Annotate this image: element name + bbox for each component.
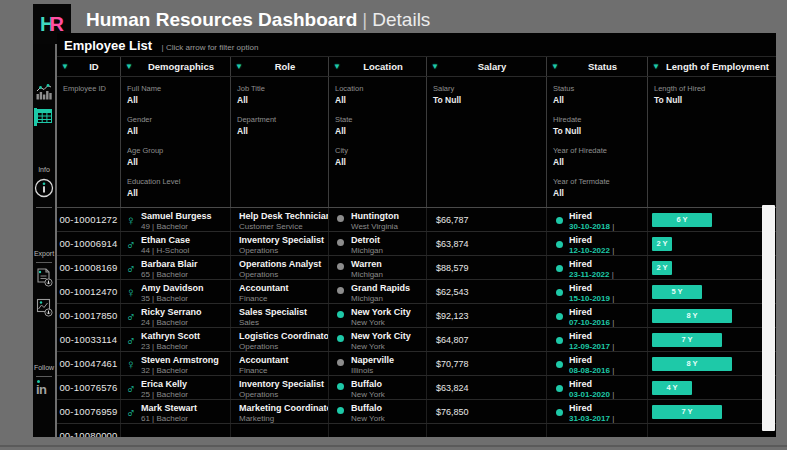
filter-value[interactable]: All	[335, 126, 421, 136]
role-cell: Operations Analyst Operations	[231, 256, 329, 279]
linkedin-icon[interactable]: in	[36, 380, 47, 398]
filter-field-city[interactable]: CityAll	[335, 146, 421, 167]
filter-field-full-name[interactable]: Full NameAll	[127, 84, 225, 105]
filter-arrow-icon[interactable]: ▼	[551, 62, 559, 71]
filter-arrow-icon[interactable]: ▼	[333, 62, 341, 71]
table-row[interactable]: 00-10047461 ♀ Steven Armstrong 32 | Bach…	[57, 352, 776, 376]
table-row[interactable]: 00-10012470 ♀ Amy Davidson 35 | Bachelor…	[57, 280, 776, 304]
filter-value[interactable]: All	[127, 188, 225, 198]
status-cell: Hired 03-01-2020 |	[547, 376, 648, 399]
filter-arrow-icon[interactable]: ▼	[235, 62, 243, 71]
filter-value[interactable]: All	[335, 95, 421, 105]
employee-name: Samuel Burgess	[141, 211, 228, 221]
filter-arrow-icon[interactable]: ▼	[125, 62, 133, 71]
employee-name: Ricky Serrano	[141, 307, 228, 317]
filter-value[interactable]: All	[127, 126, 225, 136]
filter-label: Year of Termdate	[553, 177, 642, 186]
export-pdf-icon[interactable]	[36, 268, 53, 287]
filter-field-education-level[interactable]: Education LevelAll	[127, 177, 225, 198]
status-cell: Hired 12-10-2022 |	[547, 232, 648, 255]
filter-value[interactable]: All	[127, 157, 225, 167]
filter-field-employee-id[interactable]: Employee ID	[63, 84, 115, 93]
column-header-id[interactable]: ▼ID	[57, 57, 121, 76]
filter-value[interactable]: All	[553, 95, 642, 105]
info-icon[interactable]	[34, 178, 54, 198]
location-cell	[329, 424, 427, 437]
filter-field-status[interactable]: StatusAll	[553, 84, 642, 105]
salary-cell: $64,807	[427, 328, 547, 351]
table-row[interactable]: 00-10017850 ♂ Ricky Serrano 24 | Bachelo…	[57, 304, 776, 328]
filter-field-hiredate[interactable]: HiredateTo Null	[553, 115, 642, 136]
panel-hint: | Click arrow for filter option	[162, 43, 259, 52]
hire-date: 31-03-2017	[569, 414, 610, 423]
filter-field-age-group[interactable]: Age GroupAll	[127, 146, 225, 167]
status-dot-icon	[556, 313, 563, 320]
filter-value[interactable]: All	[127, 95, 225, 105]
table-row[interactable]: 00-10076576 ♂ Erica Kelly 25 | Bachelor …	[57, 376, 776, 400]
filter-field-salary[interactable]: SalaryTo Null	[433, 84, 541, 105]
status-label: Hired	[569, 307, 645, 317]
filter-value[interactable]: To Null	[553, 126, 642, 136]
hire-date: 07-10-2016	[569, 318, 610, 327]
export-image-icon[interactable]	[36, 298, 53, 317]
salary-cell	[427, 424, 547, 437]
salary-cell: $63,874	[427, 232, 547, 255]
job-title: Accountant	[239, 355, 326, 365]
employee-id-cell: 00-10033114	[57, 328, 121, 351]
age-education: 61 | Bachelor	[141, 414, 228, 423]
gender-icon: ♂	[126, 309, 136, 322]
status-label: Hired	[569, 283, 645, 293]
length-bar: 8 Y	[652, 309, 732, 323]
status-pipe: |	[610, 294, 614, 303]
filter-arrow-icon[interactable]: ▼	[61, 62, 69, 71]
location-dot-icon	[337, 359, 344, 366]
filter-field-year-of-hiredate[interactable]: Year of HiredateAll	[553, 146, 642, 167]
employee-id-cell: 00-10080000	[57, 424, 121, 437]
column-header-location[interactable]: ▼Location	[329, 57, 427, 76]
column-header-role[interactable]: ▼Role	[231, 57, 329, 76]
filter-label: Gender	[127, 115, 225, 124]
gender-icon: ♀	[126, 213, 136, 226]
filter-value[interactable]: All	[553, 157, 642, 167]
table-row[interactable]: 00-10080000	[57, 424, 776, 437]
length-cell: 8 Y	[648, 352, 776, 375]
table-row[interactable]: 00-10033114 ♂ Kathryn Scott 23 | Bachelo…	[57, 328, 776, 352]
filter-field-year-of-termdate[interactable]: Year of TermdateAll	[553, 177, 642, 198]
demographics-cell	[121, 424, 231, 437]
filter-field-location[interactable]: LocationAll	[335, 84, 421, 105]
column-header-salary[interactable]: ▼Salary	[427, 57, 547, 76]
filter-arrow-icon[interactable]: ▼	[431, 62, 439, 71]
department: Operations	[239, 246, 326, 255]
sidebar-divider	[36, 207, 52, 208]
column-header-status[interactable]: ▼Status	[547, 57, 648, 76]
filter-field-length-of-hired[interactable]: Length of HiredTo Null	[654, 84, 771, 105]
column-header-demographics[interactable]: ▼Demographics	[121, 57, 231, 76]
table-row[interactable]: 00-10006914 ♂ Ethan Case 44 | H-School I…	[57, 232, 776, 256]
filter-field-department[interactable]: DepartmentAll	[237, 115, 323, 136]
filter-value[interactable]: All	[237, 95, 323, 105]
table-icon[interactable]	[37, 109, 52, 123]
column-header-length-of-employment[interactable]: ▼Length of Employment	[648, 57, 776, 76]
filter-arrow-icon[interactable]: ▼	[652, 62, 660, 71]
length-cell: 4 Y	[648, 376, 776, 399]
filter-field-gender[interactable]: GenderAll	[127, 115, 225, 136]
vertical-scrollbar[interactable]	[762, 205, 775, 431]
filter-value[interactable]: To Null	[433, 95, 541, 105]
table-row[interactable]: 00-10076959 ♂ Mark Stewart 61 | Bachelor…	[57, 400, 776, 424]
filter-value[interactable]: All	[553, 188, 642, 198]
filter-value[interactable]: All	[237, 126, 323, 136]
sidebar-divider	[36, 376, 52, 377]
filter-field-job-title[interactable]: Job TitleAll	[237, 84, 323, 105]
filter-field-state[interactable]: StateAll	[335, 115, 421, 136]
demographics-cell: ♂ Barbara Blair 65 | Bachelor	[121, 256, 231, 279]
column-label: Salary	[442, 61, 542, 72]
employee-name: Kathryn Scott	[141, 331, 228, 341]
employee-id-cell: 00-10012470	[57, 280, 121, 303]
bar-chart-icon[interactable]	[36, 84, 52, 100]
filter-value[interactable]: To Null	[654, 95, 771, 105]
table-row[interactable]: 00-10008169 ♂ Barbara Blair 65 | Bachelo…	[57, 256, 776, 280]
table-row[interactable]: 00-10001272 ♀ Samuel Burgess 49 | Bachel…	[57, 208, 776, 232]
status-label: Hired	[569, 211, 645, 221]
filter-value[interactable]: All	[335, 157, 421, 167]
gender-icon: ♀	[126, 357, 136, 370]
